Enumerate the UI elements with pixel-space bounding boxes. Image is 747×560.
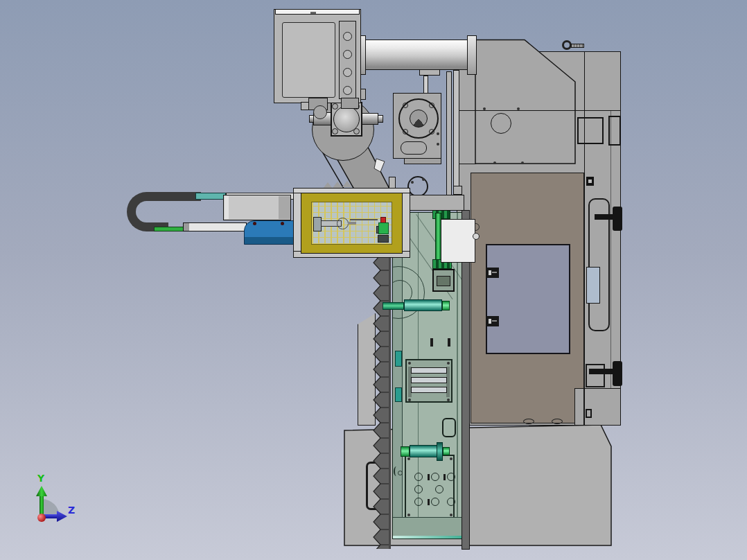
bolt-tee: [448, 338, 450, 347]
door-edge-line: [610, 111, 611, 388]
body-bolt: [517, 107, 520, 110]
guide-wire: [350, 219, 378, 220]
door-latch: [486, 316, 499, 326]
latch-glyph: [489, 319, 491, 324]
bolt-tee: [443, 474, 446, 480]
box-hinge-roller: [313, 105, 327, 119]
bolt: [411, 181, 414, 184]
gearbox-bore: [410, 110, 428, 128]
bolt: [407, 514, 410, 516]
guard-fin: [333, 182, 342, 188]
shaft-upper-left: [383, 302, 404, 310]
bolt: [437, 143, 439, 146]
shaft-upper-cap: [442, 301, 450, 310]
door-latch: [486, 268, 499, 278]
pneumatic-cylinder: [365, 40, 468, 70]
hinge-knob: [613, 207, 622, 231]
arc-circle: [407, 176, 428, 195]
bolt-hole: [332, 103, 338, 110]
bolt-hole: [429, 103, 434, 108]
hole: [431, 473, 439, 481]
actuator-bolt: [253, 222, 256, 225]
guide-rail: [453, 70, 459, 196]
column-bottom-edge: [393, 536, 463, 539]
hole: [431, 498, 439, 506]
body-seam-short: [457, 164, 476, 164]
bolt: [408, 362, 411, 365]
column-strip: [393, 213, 403, 539]
hole: [447, 473, 455, 481]
slat: [411, 367, 447, 374]
carriage-end: [279, 196, 290, 219]
shaft-lower-disc: [437, 442, 443, 461]
bolt: [447, 399, 450, 401]
body-step: [574, 388, 584, 426]
latch-glyph: [492, 320, 497, 322]
body-seam: [457, 110, 621, 111]
top-box-cap: [275, 9, 360, 15]
door-edge-line: [584, 51, 585, 426]
bolt: [408, 399, 411, 401]
hole: [435, 485, 443, 493]
slat: [411, 377, 447, 383]
strip-hole: [343, 68, 352, 77]
bolt-hole: [429, 129, 434, 134]
junction-box: [586, 409, 592, 418]
beam-post: [453, 186, 462, 195]
axis-triad-icon: [21, 464, 83, 527]
strip-hole: [343, 32, 352, 41]
green-strip: [154, 227, 186, 231]
gripper-green: [378, 222, 389, 234]
hinge-knob: [613, 361, 622, 386]
axis-z-label: Z: [68, 505, 75, 515]
bolt: [450, 514, 452, 516]
axis-y-label: Y: [37, 473, 44, 483]
clamp-tab: [378, 235, 389, 243]
carrier-teal-link: [195, 193, 226, 200]
eyebolt-icon: [562, 40, 572, 50]
guide-rail: [446, 71, 452, 196]
bolt: [422, 178, 425, 181]
body-bolt: [483, 107, 486, 110]
guard-fin: [342, 181, 352, 187]
panel-glyph: [398, 471, 403, 475]
rail-end-cap: [184, 223, 189, 231]
box-hinge: [341, 98, 359, 109]
hole: [414, 498, 423, 506]
carriage-box: [441, 219, 475, 263]
actuator-blue: [244, 220, 295, 245]
guide-pad: [395, 351, 402, 367]
latch-glyph: [489, 270, 491, 275]
shaft-lower-stub: [443, 447, 450, 455]
gearbox-slot: [401, 141, 427, 155]
hinge-pin: [589, 369, 614, 374]
pivot-pin: [362, 113, 378, 125]
bolt-hole: [403, 103, 408, 108]
bolt-tee: [430, 338, 433, 347]
latch-glyph: [492, 272, 497, 273]
top-box-panel: [282, 22, 335, 98]
strip-hole: [343, 50, 352, 59]
side-window: [586, 267, 600, 304]
shaft-lower: [410, 445, 440, 457]
body-bolt: [521, 161, 524, 164]
slat-plate: [405, 359, 452, 403]
shaft-lower-cap: [401, 446, 410, 457]
body-bolt: [493, 161, 496, 164]
top-box-tick: [310, 12, 316, 14]
spindle-ring: [337, 218, 349, 229]
bolt-slot: [523, 419, 534, 424]
shaft-upper: [404, 299, 442, 311]
cross-beam: [404, 195, 464, 211]
carriage-knob: [473, 233, 480, 240]
holes-plate: [405, 455, 455, 518]
slide-carriage: [223, 195, 291, 220]
bolt: [450, 457, 452, 460]
clamp-inner: [437, 276, 450, 286]
pivot-pin-tip: [378, 115, 383, 123]
linear-rail: [183, 222, 247, 231]
machine-body-sloped-top: [475, 39, 577, 165]
bolt-hole: [353, 128, 360, 134]
cad-viewport[interactable]: Y Z: [0, 0, 747, 560]
clamp-bracket: [432, 269, 455, 292]
